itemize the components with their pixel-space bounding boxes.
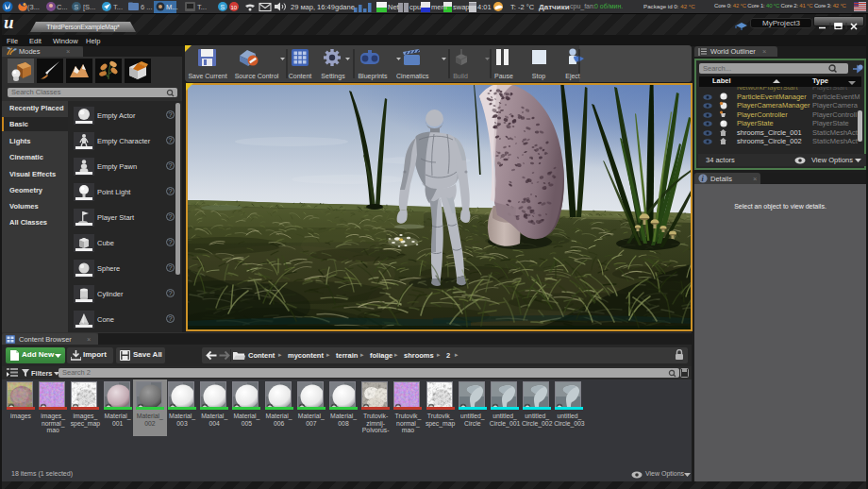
svg-text:S: S [75,4,79,10]
svg-text:S: S [221,4,225,10]
svg-text:10: 10 [231,5,238,10]
